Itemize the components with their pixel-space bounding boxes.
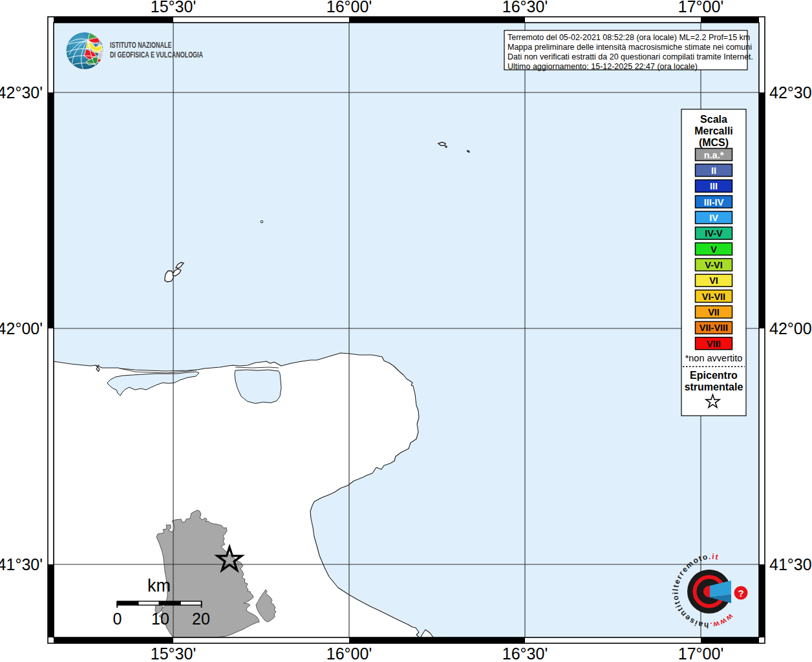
svg-text:VII-VIII: VII-VIII [700, 323, 728, 333]
svg-text:Dati non verificati estratti d: Dati non verificati estratti da 20 quest… [508, 52, 753, 61]
svg-text:17°00': 17°00' [678, 645, 723, 662]
svg-text:VI-VII: VI-VII [702, 292, 725, 302]
svg-text:Ultimo aggiornamento: 15-12-20: Ultimo aggiornamento: 15-12-2025 22:47 (… [508, 62, 698, 71]
svg-text:n.a.*: n.a.* [704, 150, 724, 160]
svg-text:*non avvertito: *non avvertito [685, 353, 743, 363]
svg-text:16°30': 16°30' [502, 0, 548, 16]
svg-text:III-IV: III-IV [704, 197, 724, 208]
svg-text:Mappa preliminare delle intens: Mappa preliminare delle intensità macros… [508, 43, 752, 52]
svg-text:0: 0 [113, 610, 122, 628]
svg-text:DI GEOFISICA E VULCANOLOGIA: DI GEOFISICA E VULCANOLOGIA [110, 50, 203, 59]
svg-text:41°30': 41°30' [0, 555, 43, 573]
svg-text:Terremoto del 05-02-2021 08:52: Terremoto del 05-02-2021 08:52:28 (ora l… [508, 33, 750, 42]
svg-text:Mercalli: Mercalli [694, 125, 733, 136]
svg-text:ISTITUTO NAZIONALE: ISTITUTO NAZIONALE [110, 40, 171, 49]
svg-text:III: III [710, 181, 718, 191]
svg-text:16°30': 16°30' [502, 645, 548, 662]
svg-text:VIII: VIII [707, 339, 721, 349]
svg-text:strumentale: strumentale [685, 381, 743, 392]
svg-text:km: km [147, 576, 171, 595]
svg-text:IV: IV [709, 213, 718, 223]
svg-text:V: V [710, 244, 717, 255]
svg-text:V-VI: V-VI [705, 260, 722, 270]
svg-text:VII: VII [708, 307, 720, 317]
svg-text:IV-V: IV-V [705, 228, 723, 239]
svg-text:17°00': 17°00' [678, 0, 723, 16]
svg-text:41°30': 41°30' [769, 555, 812, 573]
svg-text:10: 10 [151, 610, 169, 628]
svg-text:42°00': 42°00' [769, 319, 812, 337]
svg-text:42°30': 42°30' [769, 83, 812, 101]
svg-text:Scala: Scala [700, 114, 727, 125]
svg-text:(MCS): (MCS) [699, 137, 729, 148]
svg-text:15°30': 15°30' [151, 0, 196, 16]
svg-text:VI: VI [709, 275, 718, 286]
svg-text:II: II [711, 166, 716, 176]
svg-text:42°30': 42°30' [0, 83, 43, 101]
svg-text:16°00': 16°00' [326, 0, 372, 16]
svg-text:20: 20 [192, 610, 210, 628]
svg-text:?: ? [738, 588, 743, 599]
svg-text:15°30': 15°30' [151, 645, 196, 662]
svg-text:Epicentro: Epicentro [690, 370, 738, 381]
svg-text:42°00': 42°00' [0, 319, 43, 337]
svg-text:16°00': 16°00' [326, 645, 372, 662]
